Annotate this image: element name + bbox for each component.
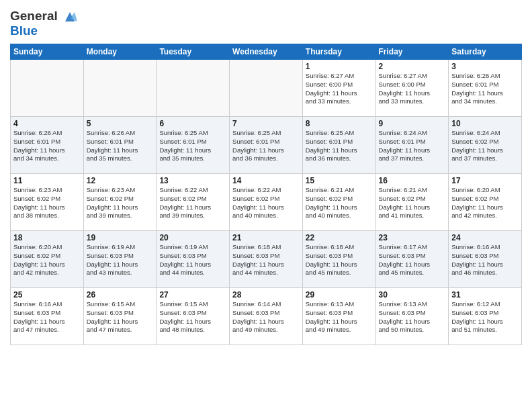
calendar-cell: 15Sunrise: 6:21 AMSunset: 6:02 PMDayligh…: [302, 173, 375, 230]
calendar-cell: 28Sunrise: 6:14 AMSunset: 6:03 PMDayligh…: [230, 287, 303, 345]
day-detail: Sunrise: 6:14 AMSunset: 6:03 PMDaylight:…: [232, 300, 300, 334]
calendar-cell: 7Sunrise: 6:25 AMSunset: 6:01 PMDaylight…: [230, 116, 303, 173]
weekday-header: Saturday: [449, 44, 522, 59]
calendar-cell: 1Sunrise: 6:27 AMSunset: 6:00 PMDaylight…: [302, 59, 375, 116]
logo-icon: [62, 9, 77, 24]
calendar-week-row: 25Sunrise: 6:16 AMSunset: 6:03 PMDayligh…: [11, 287, 522, 345]
calendar-cell: 11Sunrise: 6:23 AMSunset: 6:02 PMDayligh…: [11, 173, 84, 230]
day-detail: Sunrise: 6:20 AMSunset: 6:02 PMDaylight:…: [13, 243, 81, 277]
logo-general: General: [10, 9, 58, 23]
calendar-cell: 16Sunrise: 6:21 AMSunset: 6:02 PMDayligh…: [375, 173, 449, 230]
calendar-cell: 26Sunrise: 6:15 AMSunset: 6:03 PMDayligh…: [83, 287, 157, 345]
calendar-cell: 19Sunrise: 6:19 AMSunset: 6:03 PMDayligh…: [83, 230, 157, 287]
day-detail: Sunrise: 6:16 AMSunset: 6:03 PMDaylight:…: [451, 243, 519, 277]
calendar-week-row: 4Sunrise: 6:26 AMSunset: 6:01 PMDaylight…: [11, 116, 522, 173]
day-detail: Sunrise: 6:15 AMSunset: 6:03 PMDaylight:…: [87, 300, 154, 334]
calendar-cell: 10Sunrise: 6:24 AMSunset: 6:02 PMDayligh…: [449, 116, 522, 173]
day-number: 22: [306, 233, 373, 242]
calendar-cell: 6Sunrise: 6:25 AMSunset: 6:01 PMDaylight…: [157, 116, 230, 173]
day-detail: Sunrise: 6:26 AMSunset: 6:01 PMDaylight:…: [451, 72, 519, 106]
weekday-header: Thursday: [302, 44, 375, 59]
day-number: 19: [87, 233, 154, 242]
calendar-cell: 21Sunrise: 6:18 AMSunset: 6:03 PMDayligh…: [230, 230, 303, 287]
day-detail: Sunrise: 6:18 AMSunset: 6:03 PMDaylight:…: [232, 243, 300, 277]
day-detail: Sunrise: 6:25 AMSunset: 6:01 PMDaylight:…: [232, 129, 300, 163]
day-number: 2: [379, 62, 446, 71]
day-detail: Sunrise: 6:19 AMSunset: 6:03 PMDaylight:…: [87, 243, 154, 277]
calendar-cell: 12Sunrise: 6:23 AMSunset: 6:02 PMDayligh…: [83, 173, 157, 230]
header: General Blue: [10, 7, 522, 38]
day-detail: Sunrise: 6:27 AMSunset: 6:00 PMDaylight:…: [306, 72, 373, 106]
calendar-table: SundayMondayTuesdayWednesdayThursdayFrid…: [10, 44, 522, 345]
calendar-cell: 14Sunrise: 6:22 AMSunset: 6:02 PMDayligh…: [230, 173, 303, 230]
calendar-cell: 22Sunrise: 6:18 AMSunset: 6:03 PMDayligh…: [302, 230, 375, 287]
calendar-cell: 8Sunrise: 6:25 AMSunset: 6:01 PMDaylight…: [302, 116, 375, 173]
day-number: 29: [306, 290, 373, 300]
calendar-cell: 31Sunrise: 6:12 AMSunset: 6:03 PMDayligh…: [449, 287, 522, 345]
day-detail: Sunrise: 6:26 AMSunset: 6:01 PMDaylight:…: [13, 129, 81, 163]
day-number: 21: [232, 233, 300, 242]
day-number: 20: [159, 233, 226, 242]
calendar-week-row: 1Sunrise: 6:27 AMSunset: 6:00 PMDaylight…: [11, 59, 522, 116]
day-number: 16: [379, 176, 446, 185]
calendar-week-row: 11Sunrise: 6:23 AMSunset: 6:02 PMDayligh…: [11, 173, 522, 230]
calendar-cell: [157, 59, 230, 116]
day-detail: Sunrise: 6:22 AMSunset: 6:02 PMDaylight:…: [159, 186, 226, 220]
weekday-header: Tuesday: [157, 44, 230, 59]
day-number: 25: [13, 290, 81, 300]
day-number: 4: [13, 119, 81, 128]
calendar-cell: 27Sunrise: 6:15 AMSunset: 6:03 PMDayligh…: [157, 287, 230, 345]
weekday-header: Sunday: [11, 44, 84, 59]
calendar-cell: 13Sunrise: 6:22 AMSunset: 6:02 PMDayligh…: [157, 173, 230, 230]
calendar-week-row: 18Sunrise: 6:20 AMSunset: 6:02 PMDayligh…: [11, 230, 522, 287]
day-detail: Sunrise: 6:27 AMSunset: 6:00 PMDaylight:…: [379, 72, 446, 106]
calendar-cell: 5Sunrise: 6:26 AMSunset: 6:01 PMDaylight…: [83, 116, 157, 173]
calendar-cell: 18Sunrise: 6:20 AMSunset: 6:02 PMDayligh…: [11, 230, 84, 287]
calendar-cell: 20Sunrise: 6:19 AMSunset: 6:03 PMDayligh…: [157, 230, 230, 287]
day-detail: Sunrise: 6:24 AMSunset: 6:02 PMDaylight:…: [451, 129, 519, 163]
day-number: 14: [232, 176, 300, 185]
day-detail: Sunrise: 6:13 AMSunset: 6:03 PMDaylight:…: [379, 300, 446, 334]
day-number: 7: [232, 119, 300, 128]
day-detail: Sunrise: 6:22 AMSunset: 6:02 PMDaylight:…: [232, 186, 300, 220]
calendar-cell: 25Sunrise: 6:16 AMSunset: 6:03 PMDayligh…: [11, 287, 84, 345]
day-number: 11: [13, 176, 81, 185]
calendar-cell: 30Sunrise: 6:13 AMSunset: 6:03 PMDayligh…: [375, 287, 449, 345]
day-detail: Sunrise: 6:26 AMSunset: 6:01 PMDaylight:…: [87, 129, 154, 163]
day-number: 5: [87, 119, 154, 128]
day-detail: Sunrise: 6:25 AMSunset: 6:01 PMDaylight:…: [159, 129, 226, 163]
day-number: 18: [13, 233, 81, 242]
calendar-header-row: SundayMondayTuesdayWednesdayThursdayFrid…: [11, 44, 522, 59]
day-detail: Sunrise: 6:19 AMSunset: 6:03 PMDaylight:…: [159, 243, 226, 277]
day-detail: Sunrise: 6:20 AMSunset: 6:02 PMDaylight:…: [451, 186, 519, 220]
day-number: 1: [306, 62, 373, 71]
day-detail: Sunrise: 6:23 AMSunset: 6:02 PMDaylight:…: [87, 186, 154, 220]
day-detail: Sunrise: 6:21 AMSunset: 6:02 PMDaylight:…: [306, 186, 373, 220]
calendar-cell: 3Sunrise: 6:26 AMSunset: 6:01 PMDaylight…: [449, 59, 522, 116]
day-detail: Sunrise: 6:15 AMSunset: 6:03 PMDaylight:…: [159, 300, 226, 334]
calendar-cell: 4Sunrise: 6:26 AMSunset: 6:01 PMDaylight…: [11, 116, 84, 173]
day-number: 12: [87, 176, 154, 185]
day-number: 27: [159, 290, 226, 300]
day-number: 31: [451, 290, 519, 300]
calendar-cell: 2Sunrise: 6:27 AMSunset: 6:00 PMDaylight…: [375, 59, 449, 116]
day-detail: Sunrise: 6:18 AMSunset: 6:03 PMDaylight:…: [306, 243, 373, 277]
weekday-header: Monday: [83, 44, 157, 59]
day-number: 8: [306, 119, 373, 128]
day-number: 23: [379, 233, 446, 242]
weekday-header: Wednesday: [230, 44, 303, 59]
day-number: 30: [379, 290, 446, 300]
calendar-cell: 24Sunrise: 6:16 AMSunset: 6:03 PMDayligh…: [449, 230, 522, 287]
day-number: 6: [159, 119, 226, 128]
day-number: 26: [87, 290, 154, 300]
day-number: 15: [306, 176, 373, 185]
day-number: 3: [451, 62, 519, 71]
day-detail: Sunrise: 6:12 AMSunset: 6:03 PMDaylight:…: [451, 300, 519, 334]
day-number: 9: [379, 119, 446, 128]
page: General Blue SundayMondayTuesdayWednesda…: [0, 0, 532, 411]
day-detail: Sunrise: 6:17 AMSunset: 6:03 PMDaylight:…: [379, 243, 446, 277]
logo: General Blue: [10, 9, 77, 38]
day-number: 10: [451, 119, 519, 128]
calendar-cell: [230, 59, 303, 116]
calendar-cell: 23Sunrise: 6:17 AMSunset: 6:03 PMDayligh…: [375, 230, 449, 287]
